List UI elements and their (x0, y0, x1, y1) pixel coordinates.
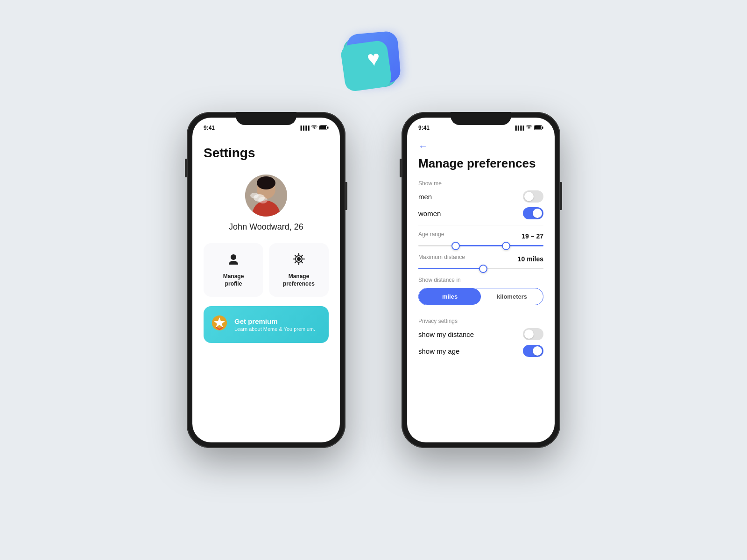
notch-2 (451, 112, 511, 125)
max-distance-fill (418, 268, 483, 269)
women-toggle-knob (533, 209, 542, 218)
avatar-svg (245, 175, 287, 217)
action-cards: Manageprofile Managepreferences (204, 243, 329, 297)
show-distance-toggle-row: show my distance (418, 328, 543, 340)
kilometers-button[interactable]: kilometers (481, 288, 543, 305)
premium-text: Get premium Learn about Meme & You premi… (234, 317, 315, 332)
max-distance-thumb[interactable] (479, 265, 487, 273)
svg-rect-16 (542, 126, 543, 129)
user-name: John Woodward, 26 (229, 222, 303, 232)
divider-1 (418, 225, 543, 225)
age-range-thumb-right[interactable] (502, 242, 510, 250)
settings-title: Settings (204, 146, 329, 161)
women-toggle[interactable] (523, 207, 543, 219)
max-distance-header: Maximum distance 10 miles (418, 254, 543, 264)
svg-point-9 (258, 197, 268, 203)
men-label: men (418, 193, 432, 201)
wifi-icon-1 (311, 125, 317, 131)
age-range-track[interactable] (418, 245, 543, 246)
svg-rect-1 (327, 126, 329, 129)
max-distance-value: 10 miles (518, 255, 543, 263)
app-icon: ♥ (345, 30, 401, 86)
show-distance-toggle-label: show my distance (418, 330, 474, 338)
notch-1 (236, 112, 296, 125)
battery-icon-1 (319, 125, 329, 131)
divider-2 (418, 312, 543, 312)
show-distance-label: Show distance in (418, 277, 543, 283)
signal-icon-2: ▐▐▐▐ (514, 126, 524, 130)
preferences-icon (292, 252, 305, 268)
status-time-2: 9:41 (418, 125, 430, 131)
app-icon-wrapper: ♥ (348, 33, 399, 84)
status-time-1: 9:41 (204, 125, 215, 131)
manage-preferences-label: Managepreferences (283, 273, 315, 287)
svg-point-6 (257, 176, 275, 189)
age-range-header: Age range 19 – 27 (418, 231, 543, 241)
women-toggle-row: women (418, 207, 543, 219)
age-range-fill (456, 245, 543, 246)
svg-rect-17 (535, 126, 541, 129)
show-age-toggle-knob (533, 346, 542, 356)
show-distance-toggle[interactable] (523, 328, 543, 340)
signal-icon-1: ▐▐▐▐ (299, 126, 309, 130)
heart-icon: ♥ (366, 45, 381, 71)
age-range-thumb-left[interactable] (451, 242, 460, 250)
premium-title: Get premium (234, 317, 315, 325)
premium-banner[interactable]: Get premium Learn about Meme & You premi… (204, 306, 329, 343)
profile-icon (227, 252, 240, 268)
status-icons-2: ▐▐▐▐ (514, 125, 543, 131)
back-button[interactable]: ← (418, 141, 543, 152)
premium-badge-icon (211, 315, 228, 335)
phone-inner-1: 9:41 ▐▐▐▐ (192, 118, 340, 442)
show-age-toggle-label: show my age (418, 347, 459, 355)
svg-rect-2 (320, 126, 326, 129)
status-icons-1: ▐▐▐▐ (299, 125, 329, 131)
max-distance-track[interactable] (418, 268, 543, 269)
premium-subtitle: Learn about Meme & You premium. (234, 326, 315, 332)
age-range-label: Age range (418, 231, 444, 238)
phone-inner-2: 9:41 ▐▐▐▐ (407, 118, 555, 442)
women-label: women (418, 210, 441, 217)
svg-point-11 (297, 257, 301, 261)
show-distance-toggle-knob (524, 329, 534, 339)
distance-unit-selector: miles kilometers (418, 288, 543, 305)
show-age-toggle-row: show my age (418, 345, 543, 357)
wifi-icon-2 (526, 125, 532, 131)
show-age-toggle[interactable] (523, 345, 543, 357)
avatar-section: John Woodward, 26 (204, 175, 329, 232)
battery-icon-2 (534, 125, 543, 131)
preferences-title: Manage preferences (418, 156, 543, 171)
men-toggle-knob (524, 192, 534, 201)
privacy-settings-label: Privacy settings (418, 318, 543, 324)
miles-button[interactable]: miles (419, 288, 481, 305)
men-toggle-row: men (418, 190, 543, 203)
age-range-value: 19 – 27 (521, 232, 543, 240)
manage-preferences-card[interactable]: Managepreferences (269, 243, 329, 297)
svg-point-8 (250, 193, 259, 198)
phone1-content: Settings (192, 134, 340, 442)
men-toggle[interactable] (523, 190, 543, 203)
phones-container: 9:41 ▐▐▐▐ (187, 112, 560, 448)
svg-point-10 (231, 254, 236, 260)
phone2-content: ← Manage preferences Show me men women (407, 134, 555, 442)
manage-profile-label: Manageprofile (223, 273, 244, 287)
manage-profile-card[interactable]: Manageprofile (204, 243, 263, 297)
max-distance-label: Maximum distance (418, 254, 465, 260)
show-me-label: Show me (418, 180, 543, 187)
phone-preferences: 9:41 ▐▐▐▐ (402, 112, 560, 448)
phone-settings: 9:41 ▐▐▐▐ (187, 112, 345, 448)
avatar (245, 175, 287, 217)
